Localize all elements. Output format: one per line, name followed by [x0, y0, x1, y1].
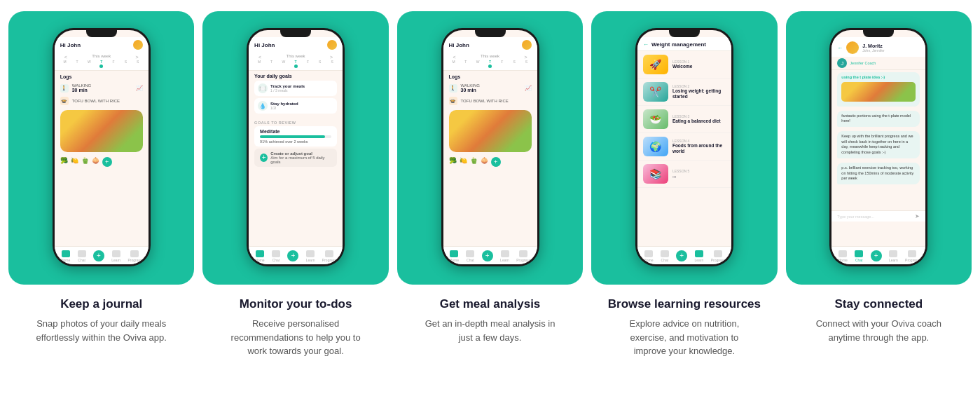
nav-home-5[interactable]: Home	[838, 250, 848, 262]
learn-icon-2	[306, 250, 315, 257]
home-label: Home	[61, 258, 70, 262]
chat-image-label: using the t plate idea :-)	[841, 75, 916, 81]
food-icon-3: 🍲	[449, 97, 457, 105]
plus-icon[interactable]: +	[93, 250, 104, 261]
nav-chat-5[interactable]: Chat	[855, 250, 863, 262]
goals-section: Your daily goals 🍽️ Track your meals 1 /…	[249, 71, 343, 118]
lesson-4[interactable]: 🌍 LESSON 4 Foods from around the world	[637, 133, 731, 161]
lesson-1[interactable]: 🚀 LESSON 1 Welcome	[637, 51, 731, 79]
walking-chart-icon-3: 📈	[525, 85, 532, 91]
nav-home-3[interactable]: Home	[450, 250, 459, 262]
greeting-3: Hi John	[449, 42, 469, 48]
nav-progress[interactable]: Progress	[127, 250, 142, 262]
phone-notch-2	[280, 30, 311, 37]
greeting-2: Hi John	[254, 42, 275, 48]
phone-notch-4	[669, 30, 700, 37]
lesson-icon-4: 🌍	[643, 137, 668, 156]
nav-chat[interactable]: Chat	[78, 250, 86, 262]
food-image-3	[449, 110, 532, 152]
nav-chat-3[interactable]: Chat	[466, 250, 474, 262]
tag4: 🧅	[92, 157, 99, 167]
card-title-todos: Monitor your to-dos	[240, 297, 352, 311]
phone-device-meal: Hi John < This week > M T W	[441, 28, 539, 266]
nav-home-4[interactable]: Home	[644, 250, 653, 262]
nav-progress-2[interactable]: Progress	[322, 250, 336, 262]
lesson-2[interactable]: ✂️ LESSON 2 Losing weight: getting start…	[637, 79, 731, 106]
week-bar-2: < This week > M T W T F S S	[249, 52, 343, 71]
review-label: GOALS TO REVIEW	[249, 118, 343, 126]
card-title-journal: Keep a journal	[60, 297, 142, 311]
goal-meals-icon: 🍽️	[258, 83, 268, 93]
week-days-2: M T W T F S S	[254, 60, 337, 68]
food-label-3: TOFU BOWL WITH RICE	[461, 99, 532, 103]
nav-plus-5[interactable]: +	[871, 250, 882, 262]
phone-wrapper-learning: ← Weight management 🚀 LESSON 1 Welcome	[591, 11, 777, 285]
phone-header-2: Hi John	[249, 37, 343, 52]
nav-progress-4[interactable]: Progress	[711, 250, 725, 262]
nav-learn[interactable]: Learn	[111, 250, 120, 262]
nav-chat-2[interactable]: Chat	[272, 250, 280, 262]
prev-week[interactable]: <	[64, 55, 67, 60]
nav-plus-4[interactable]: +	[676, 250, 687, 262]
lesson-name-4: Foods from around the world	[672, 143, 726, 155]
goal-hydrate-sub: 1/2l	[270, 106, 298, 110]
lesson-icon-5: 📚	[643, 164, 668, 184]
nav-home[interactable]: Home	[61, 250, 70, 262]
features-grid: Hi John < This week > M T W	[8, 11, 972, 358]
nav-learn-3[interactable]: Learn	[500, 250, 509, 262]
next-week-2[interactable]: >	[330, 55, 333, 60]
back-arrow-chat[interactable]: ←	[837, 45, 843, 51]
logs-label-3: Logs	[443, 71, 537, 81]
goals-label: Your daily goals	[254, 74, 337, 79]
tag1: 🥦	[60, 157, 68, 167]
feature-card-journal: Hi John < This week > M T W	[8, 11, 194, 344]
lesson-5[interactable]: 📚 LESSON 5 ...	[637, 161, 731, 188]
day-s1: S	[120, 60, 130, 68]
chat-input-bar[interactable]: Type your message... ➤	[831, 210, 925, 222]
walking-icon-3: 🚶	[449, 84, 457, 93]
chat-user-sub: John, Jennifer	[862, 48, 884, 53]
prev-week-2[interactable]: <	[258, 55, 261, 60]
lesson-icon-1: 🚀	[643, 55, 668, 74]
lesson-name-2: Losing weight: getting started	[672, 88, 726, 100]
back-arrow[interactable]: ←	[643, 41, 649, 48]
walking-log: 🚶 WALKING 30 min 📈	[55, 81, 149, 95]
lesson-thumb-1: 🚀	[643, 55, 668, 74]
chat-text1: fantastic portions using the t-plate mod…	[841, 114, 916, 124]
phone-device-connected: ← J. Moritz John, Jennifer J Jennifer Co…	[829, 28, 927, 266]
nav-progress-5[interactable]: Progress	[905, 250, 919, 262]
add-tag[interactable]: +	[102, 157, 112, 167]
nav-learn-2[interactable]: Learn	[306, 250, 315, 262]
send-icon[interactable]: ➤	[915, 213, 920, 219]
lesson-thumb-4: 🌍	[643, 137, 668, 156]
walking-chart-icon: 📈	[136, 85, 143, 91]
lesson-3[interactable]: 🥗 LESSON 3 Eating a balanced diet	[637, 106, 731, 133]
avatar-icon	[133, 40, 143, 50]
nav-plus-2[interactable]: +	[287, 250, 298, 262]
learning-header: ← Weight management	[637, 37, 731, 50]
chat-label: Chat	[78, 258, 85, 262]
next-week[interactable]: >	[136, 55, 139, 60]
food-log-3: 🍲 TOFU BOWL WITH RICE	[443, 95, 537, 107]
nav-learn-4[interactable]: Learn	[695, 250, 704, 262]
card-desc-meal: Get an in-depth meal analysis in just a …	[420, 317, 560, 344]
goal-meals-sub: 1 / 3 meals	[270, 88, 305, 93]
lesson-info-2: LESSON 2 Losing weight: getting started	[672, 84, 726, 100]
nav-chat-4[interactable]: Chat	[661, 250, 669, 262]
phone-notch-3	[475, 30, 506, 37]
add-tag-3[interactable]: +	[491, 157, 501, 167]
nav-home-2[interactable]: Home	[255, 250, 264, 262]
nav-progress-3[interactable]: Progress	[516, 250, 530, 262]
nav-learn-5[interactable]: Learn	[889, 250, 898, 262]
nav-plus-3[interactable]: +	[482, 250, 493, 262]
create-goal-btn[interactable]: + Create or adjust goal Aim for a maximu…	[254, 149, 337, 167]
nav-plus[interactable]: +	[93, 250, 104, 262]
create-goal-sub: Aim for a maximum of 5 daily goals	[270, 156, 331, 164]
meditate-bar-bg	[260, 135, 331, 138]
lesson-num-1: LESSON 1	[672, 60, 692, 64]
meditate-item: Meditate 91% achieved over 2 weeks	[254, 126, 337, 147]
progress-icon	[130, 250, 139, 257]
plus-icon-2[interactable]: +	[287, 250, 298, 261]
home-icon-2	[256, 250, 264, 257]
user-avatar	[846, 41, 859, 54]
